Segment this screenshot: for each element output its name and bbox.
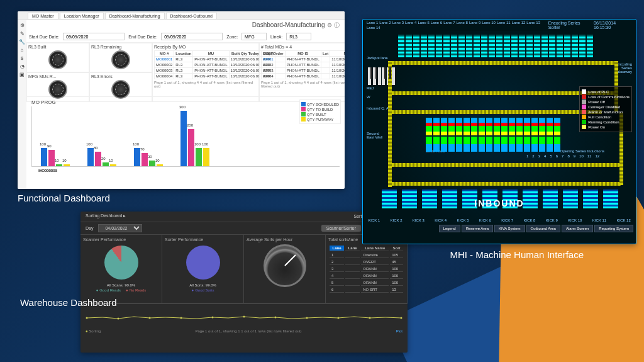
- settings-icon[interactable]: ⚙ ⓘ: [327, 22, 340, 28]
- pager-text: Page 1 out of 1, showing 4 4 out of 4 ro…: [154, 79, 257, 88]
- svg-point-4: [212, 317, 214, 319]
- svg-point-0: [86, 317, 88, 319]
- dollar-icon[interactable]: $: [21, 55, 23, 61]
- tab-dashboard-outbound[interactable]: Dashboard-Outbound: [166, 13, 217, 19]
- table-row: MO00003RL3PHON-ATT-BUNDL10/10/2020 06:00…: [155, 68, 275, 74]
- sorts-table: LaneLaneLane NameSort 1Oversize105 2OVER…: [328, 244, 404, 294]
- card-scanner-perf: Scanner Performance All Scans: 90.0% Goo…: [80, 235, 162, 303]
- chart-icon[interactable]: ◔: [20, 64, 25, 69]
- mhi-button[interactable]: Reporting System: [594, 225, 633, 232]
- pie-chart-icon: [186, 246, 220, 280]
- zone-input[interactable]: [242, 33, 267, 40]
- plot-link[interactable]: Plot: [396, 329, 402, 333]
- wrench-icon[interactable]: 🔧: [19, 39, 25, 45]
- filter-bar: Start Due Date: End Due Date: Zone: Line…: [18, 31, 345, 43]
- svg-point-3: [180, 317, 182, 319]
- table-row: MO00004RL3PHON-ATT-BUNDL10/10/2020 06:00…: [155, 74, 275, 79]
- tab-mo-master[interactable]: MO Master: [28, 13, 58, 19]
- mhi-canvas: Jackpot lane REJ W Inbound Q. A. Second …: [363, 31, 636, 223]
- mhi-button[interactable]: Legend: [439, 225, 460, 232]
- card-total-sorts: Total sorts/lane LaneLaneLane NameSort 1…: [326, 235, 408, 303]
- card-sorter-perf: Sorter Performance All Sorts: 99.0% Good…: [162, 235, 244, 303]
- tab-dashboard-mfg[interactable]: Dashboard-Manufacturing: [105, 13, 165, 19]
- pie-chart-icon: [104, 246, 138, 280]
- line-input[interactable]: [286, 33, 311, 40]
- table-row: 00004PHON-ATT-BUNDL11/10/2019 12:00:00 A…: [262, 74, 345, 79]
- tab-bar: MO Master Location Manager Dashboard-Man…: [18, 11, 345, 20]
- home-icon[interactable]: ⌂: [21, 47, 24, 53]
- mhi-button[interactable]: Alarm Screen: [562, 225, 593, 232]
- totalmo-table: Ship_OrderMO IDLotMfg_DateExp_Date 00001…: [261, 50, 345, 79]
- card-receipts: Receipts By MO MO #LocationMUBuilt Qty T…: [152, 43, 259, 102]
- box-icon[interactable]: ▣: [19, 72, 25, 77]
- tab-location-manager[interactable]: Location Manager: [60, 13, 104, 19]
- mhi-button[interactable]: Reserve Area: [462, 225, 493, 232]
- mhi-button[interactable]: KIVA System: [494, 225, 525, 232]
- end-date-input[interactable]: [161, 33, 223, 40]
- gear-icon[interactable]: ⚙: [20, 23, 25, 28]
- gauge-icon: [48, 50, 67, 69]
- gauge-icon: [111, 80, 130, 99]
- mhi-legend: Loss of PLCLoss of CommunicationsPower O…: [579, 86, 632, 132]
- card-rl3-built: RL3 Built: [26, 43, 89, 72]
- receipts-table: MO #LocationMUBuilt Qty TodayUSER MO0000…: [154, 50, 275, 79]
- warehouse-dashboard: Sorting Dashboard ▸ Sorting Dashboard ● …: [80, 212, 408, 353]
- functional-dashboard: ⚙ ✎ 🔧 ⌂ $ ◔ ▣ MO Master Location Manager…: [18, 11, 345, 189]
- timestamp: 06/13/2014 16:15:30: [594, 21, 632, 30]
- mhi-title: Encoding Series Sorter: [548, 21, 591, 30]
- mhi-label: MHI - Machine Human Interface: [450, 249, 584, 260]
- day-select[interactable]: 04/02/2022: [98, 224, 142, 232]
- svg-point-2: [149, 317, 151, 319]
- svg-point-1: [118, 318, 119, 320]
- svg-point-7: [306, 317, 308, 319]
- mhi-panel: Lane 1Lane 2Lane 3Lane 4Lane 5Lane 6Lane…: [362, 19, 636, 244]
- table-row: MO00001RL3PHON-ATT-BUNDL10/10/2020 06:00…: [155, 57, 275, 62]
- card-rl3-remaining: RL3 Remaining: [89, 43, 152, 72]
- line-label: Line#:: [270, 35, 282, 39]
- table-row: 00001PHON-ATT-BUNDL11/10/2019 12:00:00 A…: [262, 57, 345, 62]
- lane-labels: Lane 1Lane 2Lane 3Lane 4Lane 5Lane 6Lane…: [367, 21, 546, 30]
- inbound-label: INBOUND: [474, 198, 524, 208]
- tab-scanner-sorter[interactable]: Scanner/Sorter: [321, 225, 361, 232]
- svg-point-6: [275, 317, 277, 319]
- start-date-label: Start Due Date:: [29, 35, 59, 39]
- table-row: 00002PHON-ATT-BUNDL11/10/2019 12:00:00 A…: [262, 62, 345, 68]
- mhi-button[interactable]: Outbound Area: [526, 225, 560, 232]
- start-date-input[interactable]: [63, 33, 125, 40]
- svg-point-5: [243, 316, 245, 318]
- gauge-icon: [264, 244, 306, 287]
- chart-legend: QTY SCHEDULED QTY TO BUILD QTY BUILT QTY…: [299, 99, 341, 124]
- svg-point-9: [369, 317, 371, 319]
- table-row: 00003PHON-ATT-BUNDL11/10/2019 12:00:00 A…: [262, 68, 345, 74]
- gauge-icon: [111, 50, 130, 69]
- table-row: MO00002RL3PHON-ATT-BUNDL10/10/2020 06:00…: [155, 62, 275, 68]
- pencil-icon[interactable]: ✎: [20, 31, 25, 37]
- page-title: Dashboard-Manufacturing⚙ ⓘ: [18, 20, 345, 31]
- sidebar: ⚙ ✎ 🔧 ⌂ $ ◔ ▣: [18, 20, 26, 189]
- end-date-label: End Due Date:: [128, 35, 157, 39]
- breadcrumb: Sorting Dashboard ▸: [86, 213, 126, 220]
- warehouse-dashboard-label: Warehouse Dashboard: [20, 297, 117, 308]
- mhi-button-bar: LegendReserve AreaKIVA SystemOutbound Ar…: [363, 223, 636, 234]
- day-label: Day: [86, 226, 93, 230]
- functional-dashboard-label: Functional Dashboard: [18, 193, 110, 203]
- sorting-line-chart: ● Sorting Page 1 out of 1, showing 1 1 o…: [80, 303, 408, 341]
- card-total-mos: # Total MOs = 4 Ship_OrderMO IDLotMfg_Da…: [259, 43, 345, 102]
- zone-label: Zone:: [226, 35, 238, 39]
- svg-point-8: [338, 317, 340, 319]
- gauge-icon: [48, 80, 67, 99]
- mo-prog-chart: MO PROG 100901010MO000001100802010MO0000…: [26, 97, 345, 169]
- card-avg-sorts: Average Sorts per Hour: [244, 235, 326, 303]
- svg-point-10: [401, 317, 402, 319]
